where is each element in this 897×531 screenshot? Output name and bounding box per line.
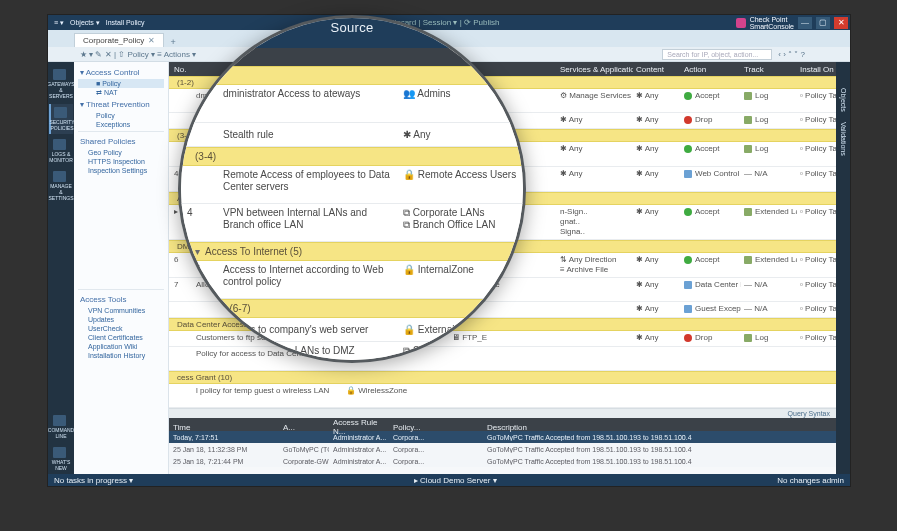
nav-nat[interactable]: ⇄ NAT	[78, 88, 164, 98]
grid-icon	[53, 69, 66, 80]
nav-inspection[interactable]: Inspection Settings	[78, 166, 164, 175]
nav-geo[interactable]: Geo Policy	[78, 148, 164, 157]
log-header: TimeA...Access Rule N...Policy...Descrip…	[169, 418, 836, 431]
toolbar-buttons[interactable]: ★ ▾ ✎ ✕ | ⇧ Policy ▾ ≡ Actions ▾	[80, 50, 196, 59]
objects-menu[interactable]: Objects ▾	[70, 19, 100, 27]
rule-row-9[interactable]: Policy for access to Data Center servers…	[169, 347, 836, 371]
rail-cli[interactable]: COMMAND LINE	[49, 412, 73, 442]
log-row-2[interactable]: 25 Jan 18, 11:32:38 PMGoToMyPC (TCP/8200…	[169, 443, 836, 455]
nav-updates[interactable]: Updates	[78, 315, 164, 324]
nav-clientcert[interactable]: Client Certificates	[78, 333, 164, 342]
nav-https[interactable]: HTTPS Inspection	[78, 157, 164, 166]
col-content[interactable]: Content	[633, 65, 681, 74]
col-track[interactable]: Track	[741, 65, 797, 74]
rail-logs[interactable]: LOGS & MONITOR	[49, 136, 73, 166]
search-input[interactable]: Search for IP, object, action...	[662, 49, 772, 60]
log-icon	[744, 116, 752, 124]
sparkle-icon	[53, 447, 66, 458]
gear-icon	[53, 171, 66, 182]
rail-whatsnew[interactable]: WHAT'S NEW	[49, 444, 73, 474]
status-server[interactable]: ▸ Cloud Demo Server ▾	[133, 476, 777, 485]
log-row-1[interactable]: Today, 7:17:51Administrator A...Corpora.…	[169, 431, 836, 443]
drop-icon	[684, 116, 692, 124]
policy-nav-tree: ▾ Access Control ■ Policy ⇄ NAT ▾ Threat…	[74, 62, 169, 474]
nav-appwiki[interactable]: Application Wiki	[78, 342, 164, 351]
query-syntax-link[interactable]: Query Syntax	[169, 409, 836, 418]
layer-icon	[684, 170, 692, 178]
right-rail: Objects Validations	[836, 62, 850, 474]
col-svc[interactable]: Services & Applications	[557, 65, 633, 74]
install-policy-button[interactable]: Install Policy	[106, 19, 145, 26]
nav-policy[interactable]: ■ Policy	[78, 79, 164, 88]
nav-access-control[interactable]: ▾ Access Control	[78, 66, 164, 79]
close-button[interactable]: ✕	[834, 17, 848, 29]
log-row-3[interactable]: 25 Jan 18, 7:21:44 PMCorporate-GW (Admin…	[169, 455, 836, 467]
nav-vpn[interactable]: VPN Communities	[78, 306, 164, 315]
shield-icon	[54, 107, 67, 118]
rrail-objects[interactable]: Objects	[840, 88, 847, 112]
rail-security-policies[interactable]: SECURITY POLICIES	[49, 104, 73, 134]
tab-corporate-policy[interactable]: Corporate_Policy ✕	[74, 33, 164, 47]
brand-logo-icon	[736, 18, 746, 28]
nav-history[interactable]: Installation History	[78, 351, 164, 360]
rail-manage[interactable]: MANAGE & SETTINGS	[49, 168, 73, 204]
col-action[interactable]: Action	[681, 65, 741, 74]
status-bar: No tasks in progress ▾ ▸ Cloud Demo Serv…	[48, 474, 850, 486]
status-tasks[interactable]: No tasks in progress ▾	[54, 476, 133, 485]
accept-icon	[684, 92, 692, 100]
nav-tp-policy[interactable]: Policy	[78, 111, 164, 120]
nav-usercheck[interactable]: UserCheck	[78, 324, 164, 333]
col-no[interactable]: No.	[171, 65, 193, 74]
menu-hamburger[interactable]: ≡ ▾	[54, 19, 64, 27]
magnifier-overlay: Source No. Se (1-2) dministrator Access …	[178, 15, 526, 363]
maximize-button[interactable]: ▢	[816, 17, 830, 29]
tab-label: Corporate_Policy	[83, 36, 144, 45]
nav-arrows[interactable]: ‹ › ˄ ˅ ?	[778, 50, 805, 59]
app-window: ≡ ▾ Objects ▾ Install Policy ◆ Discard |…	[47, 14, 851, 487]
log-panel: Query Syntax TimeA...Access Rule N...Pol…	[169, 408, 836, 467]
nav-threat-prevention[interactable]: ▾ Threat Prevention	[78, 98, 164, 111]
rrail-validations[interactable]: Validations	[840, 122, 847, 156]
new-tab-button[interactable]: +	[170, 37, 175, 47]
rule-row-10[interactable]: l policy for temp guest o wireless LAN🔒 …	[169, 384, 836, 408]
minimize-button[interactable]: —	[798, 17, 812, 29]
col-install[interactable]: Install On	[797, 65, 836, 74]
status-right: No changes admin	[777, 476, 844, 485]
brand-text: Check PointSmartConsole	[750, 16, 794, 30]
log-icon	[744, 92, 752, 100]
nav-tp-exceptions[interactable]: Exceptions	[78, 120, 164, 129]
console-icon	[53, 415, 66, 426]
left-rail: GATEWAYS & SERVERS SECURITY POLICIES LOG…	[48, 62, 74, 474]
rail-gateways[interactable]: GATEWAYS & SERVERS	[49, 66, 73, 102]
chart-icon	[53, 139, 66, 150]
nav-shared-hdr: Shared Policies	[78, 135, 164, 148]
title-bar: ≡ ▾ Objects ▾ Install Policy ◆ Discard |…	[48, 15, 850, 30]
nav-tools-hdr: Access Tools	[78, 293, 164, 306]
group-6[interactable]: cess Grant (10)	[169, 371, 836, 384]
tab-close-icon[interactable]: ✕	[148, 36, 155, 45]
session-controls[interactable]: ◆ Discard | Session ▾ | ⟳ Publish	[145, 18, 736, 27]
